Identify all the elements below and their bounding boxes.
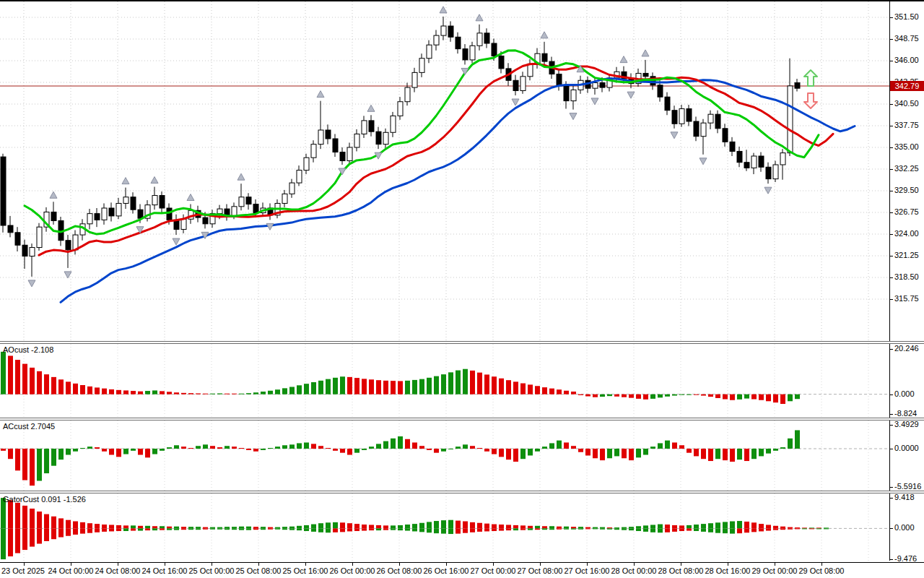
gator-lower-bar	[751, 528, 757, 532]
axis-tick-label: 348.75	[894, 34, 919, 43]
axis-tick-label: 315.75	[894, 294, 919, 303]
ac-bar	[636, 449, 641, 457]
ac-bar	[492, 449, 497, 454]
ac-bar	[398, 436, 403, 449]
ao-bar	[297, 385, 302, 394]
gator-lower-bar	[282, 528, 287, 530]
candle-body	[694, 121, 699, 137]
time-axis-tick	[305, 563, 306, 566]
ac-bar	[427, 449, 432, 450]
gator-upper-bar	[578, 527, 583, 528]
gator-upper-bar	[188, 527, 193, 528]
candle-body	[369, 121, 374, 131]
ao-bar	[261, 392, 266, 394]
gator-upper-bar	[73, 522, 78, 529]
time-axis-label: 27 Oct 00:00	[471, 566, 516, 575]
candle-body	[448, 26, 453, 37]
gator-upper-bar	[261, 527, 266, 528]
gator-upper-bar	[715, 522, 720, 528]
gator-lower-bars	[1, 528, 829, 559]
ac-bar	[614, 449, 619, 456]
candle-body	[15, 233, 20, 245]
gator-upper-bar	[51, 517, 56, 529]
gator-lower-bar	[607, 528, 612, 529]
gator-lower-bar	[679, 528, 684, 531]
candle-body	[759, 156, 764, 167]
time-axis-tick	[212, 563, 212, 566]
gator-lower-bar	[564, 528, 569, 529]
pane-separator[interactable]	[0, 491, 924, 493]
candlestick-chart	[0, 1, 889, 341]
ao-bar	[1, 352, 6, 394]
ao-bar	[643, 394, 648, 400]
time-axis-label: 27 Oct 16:00	[565, 566, 610, 575]
gator-indicator-pane[interactable]: GatorCust 0.091 -1.526	[0, 493, 889, 562]
ac-bar	[448, 449, 453, 449]
gator-upper-bar	[492, 525, 497, 529]
candle-body	[773, 165, 778, 179]
candle-body	[391, 116, 396, 132]
gator-lower-bar	[73, 528, 78, 535]
pane-separator[interactable]	[0, 418, 924, 420]
candle-body	[520, 77, 526, 91]
ac-bar	[672, 442, 677, 449]
ac-bar	[593, 449, 598, 458]
ac-bar	[650, 447, 655, 449]
gator-upper-bar	[210, 527, 215, 529]
time-axis-label: 26 Oct 16:00	[424, 566, 469, 575]
time-axis[interactable]: 23 Oct 202524 Oct 00:0024 Oct 08:0024 Oc…	[0, 562, 924, 578]
axis-tick-label: 351.50	[894, 12, 919, 21]
ao-bar	[564, 391, 569, 394]
candle-body	[600, 83, 605, 88]
time-axis-label: 25 Oct 08:00	[236, 566, 282, 575]
candle-body	[405, 87, 410, 102]
candle-body	[383, 132, 388, 144]
gator-upper-bar	[744, 522, 749, 528]
ao-bar	[80, 385, 85, 394]
ac-bar	[246, 449, 251, 450]
ac-bar	[477, 448, 482, 449]
ao-indicator-pane[interactable]: AOcust -2.108	[0, 344, 889, 418]
ao-bar	[636, 394, 641, 399]
candle-body	[347, 147, 352, 161]
gator-lower-bar	[167, 528, 172, 530]
ac-bar	[564, 442, 569, 449]
gator-upper-bar	[66, 520, 71, 529]
ao-bar	[571, 392, 576, 394]
signal-arrow-up-icon[interactable]	[804, 70, 817, 86]
time-axis-tick	[728, 563, 728, 566]
candle-body	[66, 241, 71, 250]
time-axis-label: 24 Oct 00:00	[48, 566, 94, 575]
pane-separator[interactable]	[0, 341, 924, 344]
gator-upper-bar	[412, 524, 417, 528]
ao-bar	[585, 394, 590, 397]
axis-tick	[890, 498, 893, 499]
candle-body	[665, 97, 670, 111]
gator-lower-bar	[708, 528, 713, 532]
axis-tick-label: 324.00	[894, 229, 919, 238]
candle-body	[571, 90, 576, 100]
axis-tick	[890, 17, 893, 18]
gator-lower-bar	[239, 528, 244, 530]
gator-upper-bar	[802, 527, 807, 528]
time-axis-tick	[634, 563, 635, 566]
gator-lower-bar	[8, 528, 13, 556]
axis-tick-label: 0.000	[894, 523, 915, 532]
ao-bar	[304, 384, 309, 394]
ao-bar	[607, 394, 612, 396]
ao-bar	[289, 387, 295, 394]
gator-upper-bar	[203, 527, 208, 529]
gator-upper-bar	[593, 527, 598, 529]
gator-upper-bar	[138, 526, 143, 529]
ao-bar	[354, 378, 359, 394]
signal-arrow-down-icon[interactable]	[804, 93, 817, 108]
ac-bar	[470, 446, 475, 449]
ac-bar	[795, 430, 800, 449]
ac-bar	[412, 442, 417, 449]
gator-upper-bar	[788, 527, 793, 529]
ac-indicator-pane[interactable]: ACcust 2.7045	[0, 420, 889, 491]
ao-bar	[441, 374, 446, 394]
candle-body	[318, 130, 323, 144]
candle-body	[340, 152, 345, 161]
main-chart-pane[interactable]	[0, 1, 889, 341]
